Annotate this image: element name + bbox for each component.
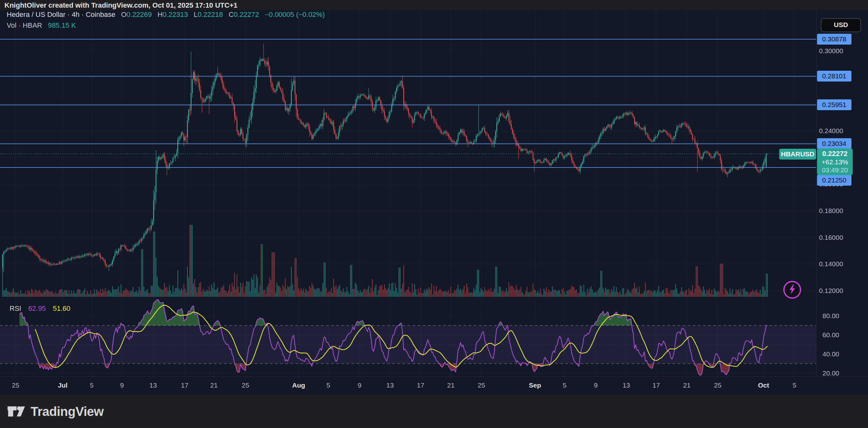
high-value: 0.22313	[163, 10, 188, 19]
time-tick-label: Oct	[758, 381, 769, 389]
price-tick-label: 0.18000	[819, 207, 843, 215]
flash-boost-button[interactable]	[783, 281, 801, 299]
tradingview-logo-text: TradingView	[31, 404, 103, 419]
time-tick-label: 13	[149, 381, 157, 389]
current-change-pct: +62.13%	[817, 158, 853, 166]
volume-label: Vol · HBAR	[7, 21, 42, 29]
change-value: −0.00005 (−0.02%)	[265, 10, 324, 19]
close-value: 0.22272	[234, 10, 259, 19]
tradingview-logo[interactable]: TradingView	[7, 404, 103, 419]
time-tick-label: 13	[386, 381, 394, 389]
close-label: C0.22272	[228, 10, 259, 19]
rsi-ma-value: 51.60	[53, 304, 70, 312]
rsi-legend[interactable]: RSI 62.95 51.60	[9, 304, 70, 313]
time-tick-label: 25	[714, 381, 721, 389]
time-tick-label: 17	[652, 381, 660, 389]
time-tick-label: 9	[358, 381, 362, 389]
price-level-label: 0.21250	[817, 175, 851, 186]
price-tick-label: 0.14000	[819, 260, 843, 268]
time-tick-label: 17	[181, 381, 188, 389]
price-level-label: 0.25951	[817, 99, 851, 110]
price-tick-label: 0.24000	[819, 127, 843, 135]
price-tick-label: 0.12000	[819, 287, 843, 295]
open-label: O0.22269	[121, 10, 152, 19]
high-label: H0.22313	[158, 10, 188, 19]
footer-bar: TradingView	[0, 395, 868, 428]
price-tick-label: 0.30000	[819, 47, 843, 55]
current-price-label: 0.22272 +62.13% 03:49:20	[817, 148, 853, 175]
lightning-icon	[787, 284, 797, 296]
time-tick-label: 21	[210, 381, 217, 389]
volume-value: 985.15 K	[48, 21, 76, 29]
time-tick-label: Sep	[529, 381, 541, 389]
price-tick-label: 0.16000	[819, 234, 843, 241]
time-tick-label: Jul	[58, 381, 67, 389]
time-tick-label: 5	[90, 381, 94, 389]
current-price: 0.22272	[817, 150, 853, 158]
rsi-tick-label: 80.00	[823, 312, 839, 320]
time-tick-label: 25	[242, 381, 249, 389]
watermark-text: KnightOliver created with TradingView.co…	[4, 1, 238, 9]
tradingview-logo-icon	[7, 405, 26, 418]
rsi-tick-label: 40.00	[823, 350, 839, 358]
rsi-value: 62.95	[28, 304, 46, 312]
price-level-label: 0.23034	[817, 138, 851, 149]
currency-toggle-button[interactable]: USD	[821, 18, 861, 32]
bar-countdown: 03:49:20	[817, 166, 853, 174]
price-level-label: 0.30878	[817, 34, 851, 44]
price-axis-separator	[816, 10, 816, 376]
time-tick-label: 17	[417, 381, 424, 389]
symbol-title[interactable]: Hedera / US Dollar · 4h · Coinbase	[7, 10, 115, 19]
time-tick-label: 25	[477, 381, 485, 389]
time-tick-label: 5	[563, 381, 566, 389]
time-tick-label: 25	[12, 381, 19, 389]
open-value: 0.22269	[126, 10, 152, 19]
time-tick-label: 5	[327, 381, 330, 389]
time-tick-label: Aug	[292, 381, 305, 389]
time-tick-label: 9	[120, 381, 124, 389]
time-tick-label: 21	[683, 381, 690, 389]
watermark-bar: KnightOliver created with TradingView.co…	[0, 0, 868, 10]
low-label: L0.22218	[194, 10, 223, 19]
time-tick-label: 9	[594, 381, 598, 389]
rsi-tick-label: 20.00	[823, 369, 839, 377]
price-level-label: 0.28101	[817, 71, 851, 82]
time-tick-label: 21	[447, 381, 454, 389]
volume-legend[interactable]: Vol · HBAR 985.15 K	[7, 21, 76, 30]
chart-canvas[interactable]	[0, 0, 868, 428]
low-value: 0.22218	[197, 10, 223, 19]
rsi-label: RSI	[9, 304, 21, 312]
rsi-tick-label: 60.00	[823, 331, 839, 339]
symbol-legend[interactable]: Hedera / US Dollar · 4h · Coinbase O0.22…	[7, 10, 325, 19]
time-tick-label: 13	[622, 381, 630, 389]
time-axis-separator	[0, 376, 868, 377]
tradingview-chart-window: KnightOliver created with TradingView.co…	[0, 0, 868, 428]
time-tick-label: 5	[793, 381, 796, 389]
symbol-price-tag: HBARUSD	[779, 149, 816, 159]
